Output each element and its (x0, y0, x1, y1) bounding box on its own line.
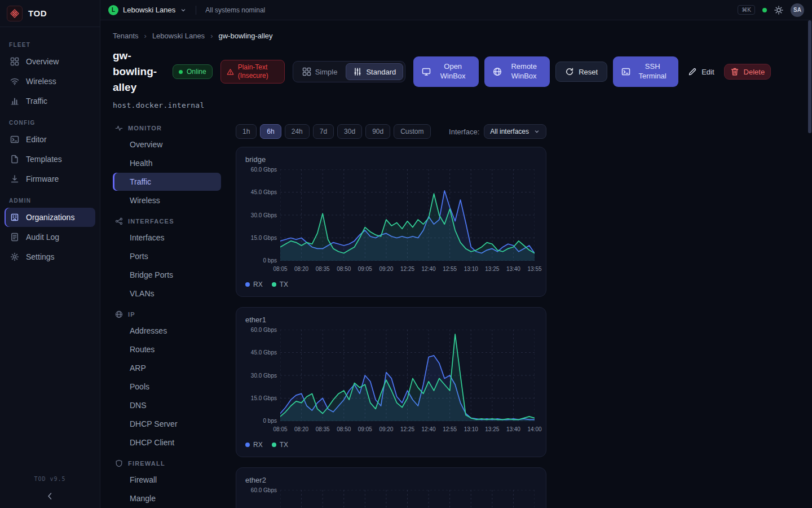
x-axis-tick: 09:05 (358, 266, 372, 272)
sidebar-item-firmware[interactable]: Firmware (5, 169, 95, 189)
sidebar-item-editor[interactable]: Editor (5, 130, 95, 149)
sidebar-item-templates[interactable]: Templates (5, 150, 95, 169)
breadcrumb-item-tenants[interactable]: Tenants (113, 32, 139, 40)
security-warning-label: Plain-Text (Insecure) (238, 63, 279, 80)
range-custom-button[interactable]: Custom (394, 124, 430, 139)
scrollbar-thumb[interactable] (808, 20, 811, 133)
subnav-item-addresses[interactable]: Addresses (113, 322, 221, 340)
x-axis-tick: 08:35 (316, 266, 330, 272)
sidebar-item-settings[interactable]: Settings (5, 247, 95, 266)
button-label: Remote WinBox (506, 62, 541, 81)
subnav-item-dhcp-server[interactable]: DHCP Server (113, 415, 221, 433)
device-subnav: MONITOROverviewHealthTrafficWirelessINTE… (113, 116, 221, 508)
subnav-item-firewall[interactable]: Firewall (113, 471, 221, 489)
legend-tx: TX (272, 441, 288, 449)
view-mode-standard-button[interactable]: Standard (346, 63, 403, 80)
ssh-terminal-button[interactable]: SSH Terminal (613, 56, 678, 87)
sidebar-item-label: Organizations (26, 213, 74, 222)
share-icon (115, 217, 123, 225)
file-icon (10, 155, 19, 164)
subnav-item-bridge-ports[interactable]: Bridge Ports (113, 266, 221, 284)
x-axis-tick: 08:35 (316, 426, 330, 432)
button-label: Open WinBox (435, 62, 470, 81)
subnav-item-overview[interactable]: Overview (113, 135, 221, 154)
legend-tx: TX (272, 281, 288, 288)
sidebar-item-wireless[interactable]: Wireless (5, 72, 95, 91)
reset-button[interactable]: Reset (555, 62, 607, 82)
y-axis-tick: 30.0 Gbps (245, 212, 277, 218)
range-24h-button[interactable]: 24h (285, 124, 310, 139)
grid-icon (302, 67, 311, 76)
theme-toggle-sun-icon[interactable] (774, 6, 783, 15)
range-1h-button[interactable]: 1h (236, 124, 257, 139)
gear-icon (10, 252, 19, 261)
traffic-panel: 1h6h24h7d30d90dCustom Interface: All int… (236, 116, 546, 508)
range-6h-button[interactable]: 6h (260, 124, 281, 139)
sidebar-footer: TOD v9.5 (0, 471, 100, 508)
sidebar-collapse-button[interactable] (0, 488, 100, 505)
x-axis-tick: 13:10 (464, 426, 478, 432)
command-palette-shortcut[interactable]: ⌘K (738, 5, 755, 15)
sidebar-item-audit-log[interactable]: Audit Log (5, 227, 95, 247)
pencil-icon (688, 67, 697, 76)
sidebar-item-label: Settings (26, 252, 55, 261)
sidebar: TOD FLEETOverviewWirelessTrafficCONFIGEd… (0, 0, 100, 508)
breadcrumb-item-lebowski-lanes[interactable]: Lebowski Lanes (152, 32, 205, 40)
subnav-item-traffic[interactable]: Traffic (113, 173, 221, 191)
app-version: TOD v9.5 (34, 476, 65, 482)
x-axis-labels: 08:0508:2008:3508:5009:0509:2012:2512:40… (280, 266, 535, 274)
chart-legend: RXTX (245, 281, 537, 288)
view-mode-simple-button[interactable]: Simple (295, 63, 345, 80)
chart-plot (280, 490, 535, 508)
legend-rx: RX (245, 441, 263, 449)
subnav-section-label: FIREWALL (128, 460, 165, 467)
monitor-icon (422, 67, 431, 76)
x-axis-labels: 08:0508:2008:3508:5009:0509:2012:2512:40… (280, 426, 535, 434)
sidebar-section-fleet: FLEET (9, 42, 91, 48)
subnav-item-dhcp-client[interactable]: DHCP Client (113, 433, 221, 452)
subnav-item-arp[interactable]: ARP (113, 359, 221, 377)
page-scrollbar[interactable] (807, 20, 812, 508)
remote-winbox-button[interactable]: Remote WinBox (484, 56, 550, 87)
range-90d-button[interactable]: 90d (365, 124, 390, 139)
user-avatar[interactable]: SA (791, 3, 804, 17)
legend-label: RX (253, 281, 263, 288)
subnav-item-wireless[interactable]: Wireless (113, 191, 221, 209)
legend-rx: RX (245, 281, 263, 288)
subnav-item-interfaces[interactable]: Interfaces (113, 229, 221, 247)
interface-select[interactable]: All interfaces (484, 124, 546, 139)
y-axis-tick: 0 bps (245, 418, 277, 424)
subnav-item-dns[interactable]: DNS (113, 396, 221, 414)
sidebar-item-overview[interactable]: Overview (5, 52, 95, 71)
device-actions: Open WinBoxRemote WinBoxResetSSH Termina… (413, 56, 771, 87)
subnav-item-health[interactable]: Health (113, 154, 221, 172)
y-axis-tick: 45.0 Gbps (245, 189, 277, 195)
sidebar-item-label: Editor (26, 135, 47, 144)
subnav-item-vlans[interactable]: VLANs (113, 284, 221, 303)
app-logo[interactable]: TOD (0, 0, 100, 27)
delete-button[interactable]: Delete (724, 64, 771, 80)
sidebar-item-organizations[interactable]: Organizations (5, 208, 95, 227)
range-30d-button[interactable]: 30d (337, 124, 362, 139)
subnav-section-label: INTERFACES (128, 218, 174, 225)
sidebar-section-admin: ADMIN (9, 198, 91, 204)
range-7d-button[interactable]: 7d (313, 124, 334, 139)
tenant-selector[interactable]: L Lebowski Lanes (108, 5, 187, 15)
topbar-right: ⌘K SA (738, 3, 804, 17)
sidebar-item-label: Overview (26, 57, 59, 66)
tenant-name: Lebowski Lanes (123, 6, 175, 14)
x-axis-tick: 09:20 (379, 426, 393, 432)
subnav-item-routes[interactable]: Routes (113, 340, 221, 358)
chevron-down-icon (180, 7, 187, 14)
logo-diamond-icon (7, 6, 23, 21)
subnav-item-ports[interactable]: Ports (113, 247, 221, 265)
subnav-item-mangle[interactable]: Mangle (113, 489, 221, 507)
button-label: Reset (579, 68, 598, 76)
x-axis-tick: 13:55 (527, 266, 541, 272)
subnav-section-label: IP (128, 311, 135, 318)
sidebar-item-traffic[interactable]: Traffic (5, 91, 95, 111)
subnav-item-pools[interactable]: Pools (113, 378, 221, 396)
edit-button[interactable]: Edit (684, 63, 718, 80)
open-winbox-button[interactable]: Open WinBox (413, 56, 479, 87)
charts-container: bridge60.0 Gbps45.0 Gbps30.0 Gbps15.0 Gb… (236, 147, 546, 508)
